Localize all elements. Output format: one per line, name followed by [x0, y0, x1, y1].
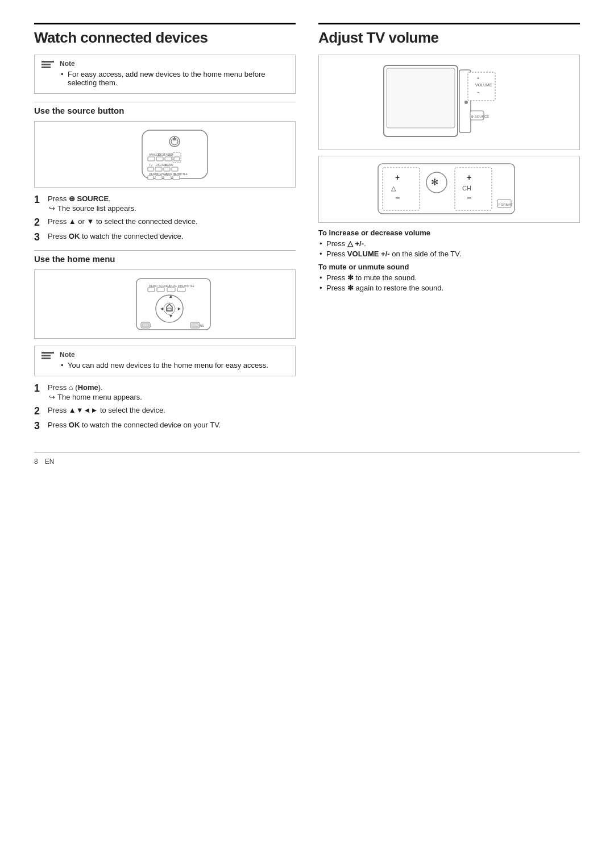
home-step-1-num: 1 [34, 383, 43, 401]
tv-volume-diagram: + VOLUME − ⊕ SOURCE [318, 55, 580, 150]
source-step-1-arrow: ↪ The source list appears. [48, 204, 296, 213]
note-box-2: Note You can add new devices to the home… [34, 346, 296, 376]
svg-rect-7 [156, 157, 163, 161]
mute-heading: To mute or unmute sound [318, 263, 580, 271]
home-step-3-ok: OK [69, 421, 80, 429]
subsection-source-title: Use the source button [34, 102, 296, 115]
source-remote-image: ANALOG DIGITAL SOURCE TV DIGITAL MENU [34, 121, 296, 188]
svg-rect-33 [167, 288, 175, 292]
svg-text:DIGITAL: DIGITAL [158, 153, 169, 156]
right-column: Adjust TV volume + VOLUME − ⊕ SOURCE [318, 23, 580, 435]
svg-text:TV: TV [149, 163, 153, 167]
home-steps: 1 Press ⌂ (Home). ↪ The home menu appear… [34, 383, 296, 431]
svg-text:DUAL I/II: DUAL I/II [169, 284, 181, 288]
svg-text:FORMAT: FORMAT [499, 203, 513, 206]
note-icon2-line2 [42, 355, 51, 356]
source-step-3-ok: OK [69, 232, 80, 240]
note-bullets-2: You can add new devices to the home menu… [60, 361, 288, 369]
note-icon-line2 [42, 64, 51, 65]
svg-rect-45 [142, 323, 149, 327]
home-step-3-num: 3 [34, 421, 43, 431]
svg-rect-23 [155, 176, 162, 180]
svg-rect-60 [383, 168, 420, 210]
svg-text:CH: CH [462, 185, 471, 192]
left-column: Watch connected devices Note For easy ac… [34, 23, 296, 435]
svg-point-58 [464, 101, 468, 104]
source-step-1: 1 Press ⊕ SOURCE. ↪ The source list appe… [34, 194, 296, 213]
remote-volume-svg: + △ − ✻ + CH − FORMAT [367, 161, 532, 218]
svg-rect-10 [174, 157, 180, 161]
source-step-2-content: Press ▲ or ▼ to select the connected dev… [48, 217, 296, 227]
note-icon-line3 [42, 67, 51, 68]
home-key: Home [78, 383, 98, 392]
tv-side-svg: + VOLUME − ⊕ SOURCE [367, 60, 532, 145]
subsection-home-title: Use the home menu [34, 250, 296, 264]
home-remote-image: DEMO SCENEA DUAL I/II SUBTITLE ▲ ▼ ◄ ► [34, 269, 296, 339]
svg-text:+: + [467, 173, 471, 182]
svg-text:−: − [395, 193, 400, 202]
svg-text:✻: ✻ [431, 177, 438, 187]
svg-text:►: ► [177, 306, 182, 312]
right-section-title: Adjust TV volume [318, 23, 580, 47]
source-step-3: 3 Press OK to watch the connected device… [34, 232, 296, 242]
home-step-3: 3 Press OK to watch the connected device… [34, 421, 296, 431]
svg-rect-50 [387, 68, 455, 128]
source-step-3-content: Press OK to watch the connected device. [48, 232, 296, 242]
svg-text:−: − [477, 90, 479, 94]
vol-key-1: △ +/- [347, 239, 364, 248]
footer-page-num: 8 [34, 458, 38, 466]
svg-rect-6 [148, 157, 155, 161]
home-step-1-content: Press ⌂ (Home). ↪ The home menu appears. [48, 383, 296, 401]
note-box-1: Note For easy access, add new devices to… [34, 55, 296, 94]
svg-rect-16 [164, 167, 170, 171]
home-step-3-content: Press OK to watch the connected device o… [48, 421, 296, 431]
remote-volume-diagram: + △ − ✻ + CH − FORMAT [318, 156, 580, 223]
home-remote-svg: DEMO SCENEA DUAL I/II SUBTITLE ▲ ▼ ◄ ► [108, 276, 222, 333]
svg-rect-24 [164, 176, 171, 180]
source-step-2-num: 2 [34, 217, 43, 227]
svg-text:MENU: MENU [165, 163, 173, 167]
note-content-2: Note You can add new devices to the home… [60, 351, 288, 371]
increase-bullet-2: Press VOLUME +/- on the side of the TV. [318, 250, 580, 258]
svg-text:▲: ▲ [168, 293, 173, 299]
note-label-1: Note [60, 60, 288, 68]
svg-rect-8 [165, 157, 172, 161]
svg-rect-25 [173, 176, 180, 180]
note-icon-line1 [42, 61, 54, 63]
mute-bullet-2: Press ✻ again to restore the sound. [318, 284, 580, 292]
vol-key-2: VOLUME +/- [347, 250, 390, 258]
note-content-1: Note For easy access, add new devices to… [60, 60, 288, 89]
note-bullet-item-2: You can add new devices to the home menu… [60, 361, 288, 369]
note-icon-2 [42, 352, 54, 359]
svg-text:−: − [467, 193, 471, 202]
svg-rect-32 [157, 288, 164, 292]
home-step-2-num: 2 [34, 406, 43, 416]
note-icon-1 [42, 61, 54, 68]
svg-rect-17 [172, 167, 178, 171]
svg-text:▼: ▼ [168, 313, 173, 319]
svg-text:DEMO: DEMO [149, 284, 157, 288]
source-remote-svg: ANALOG DIGITAL SOURCE TV DIGITAL MENU [108, 127, 222, 181]
source-step-2: 2 Press ▲ or ▼ to select the connected d… [34, 217, 296, 227]
mute-bullets: Press ✻ to mute the sound. Press ✻ again… [318, 273, 580, 292]
note-bullet-item-1: For easy access, add new devices to the … [60, 70, 288, 87]
home-step-2: 2 Press ▲▼◄► to select the device. [34, 406, 296, 416]
page-footer: 8 EN [34, 452, 580, 466]
home-step-2-content: Press ▲▼◄► to select the device. [48, 406, 296, 416]
footer-lang: EN [45, 458, 55, 466]
svg-rect-66 [455, 168, 492, 210]
home-step-1: 1 Press ⌂ (Home). ↪ The home menu appear… [34, 383, 296, 401]
increase-heading: To increase or decrease volume [318, 229, 580, 237]
increase-bullet-1: Press △ +/-. [318, 239, 580, 248]
svg-text:△: △ [391, 185, 396, 192]
volume-instructions: To increase or decrease volume Press △ +… [318, 229, 580, 292]
source-steps: 1 Press ⊕ SOURCE. ↪ The source list appe… [34, 194, 296, 242]
source-step-1-result: The source list appears. [57, 204, 136, 213]
svg-text:⊕ SOURCE: ⊕ SOURCE [471, 115, 489, 118]
svg-rect-34 [177, 288, 185, 292]
svg-text:SUBTITLE: SUBTITLE [181, 284, 195, 288]
note-bullets-1: For easy access, add new devices to the … [60, 70, 288, 87]
svg-rect-48 [192, 323, 198, 327]
note-icon2-line3 [42, 358, 51, 359]
svg-rect-15 [155, 167, 162, 171]
